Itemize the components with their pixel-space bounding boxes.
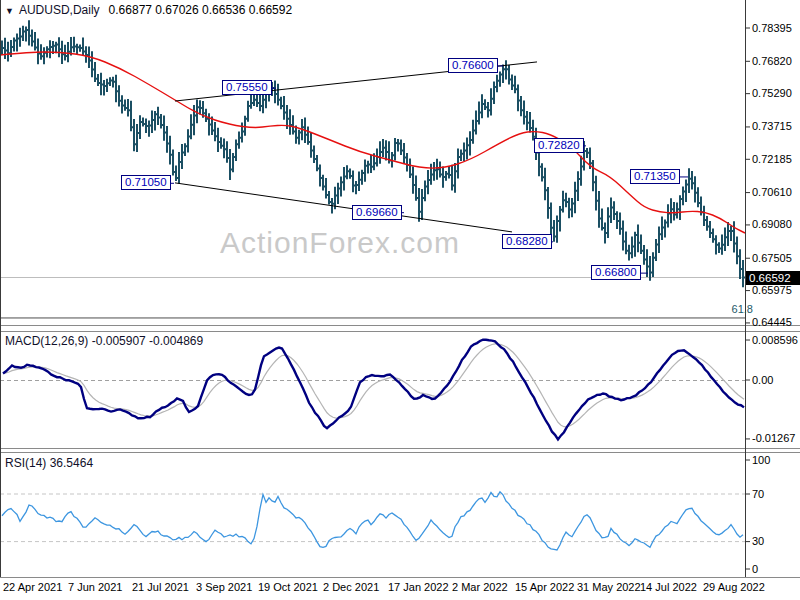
x-axis-date-label: 19 Oct 2021 — [258, 581, 318, 593]
ohlc-values: 0.66877 0.67026 0.66536 0.66592 — [109, 3, 293, 17]
price-level-label[interactable]: 0.76600 — [448, 58, 498, 73]
rsi-name: RSI(14) — [5, 456, 46, 470]
price-axis-tick-label: 0.76820 — [752, 55, 792, 68]
macd-axis-tick-label: 0.00 — [752, 374, 773, 387]
rsi-value: 36.5464 — [50, 456, 93, 470]
price-level-label[interactable]: 0.71050 — [121, 175, 171, 190]
price-axis-tick-label: 0.70610 — [752, 186, 792, 199]
symbol-dropdown-icon[interactable]: ▼ — [5, 6, 14, 16]
price-axis-tick-label: 0.67505 — [752, 252, 792, 265]
symbol-timeframe-label: AUDUSD,Daily — [19, 3, 100, 17]
price-level-label[interactable]: 0.72820 — [534, 138, 584, 153]
price-axis-tick-label: 0.73715 — [752, 120, 792, 133]
macd-main-line — [3, 340, 744, 440]
price-axis-tick-label: 0.69080 — [752, 218, 792, 231]
macd-indicator-label: MACD(12,26,9) -0.005907 -0.004869 — [5, 334, 203, 348]
macd-axis-tick-label: 0.008596 — [752, 334, 798, 347]
rsi-axis-tick-label: 30 — [752, 535, 764, 548]
chart-canvas[interactable] — [0, 0, 800, 600]
x-axis-date-label: 29 Aug 2022 — [703, 581, 765, 593]
price-level-label[interactable]: 0.69660 — [352, 205, 402, 220]
x-axis-date-label: 3 Sep 2021 — [196, 581, 252, 593]
watermark: ActionForex.com — [0, 226, 680, 260]
fib-level-label[interactable]: 61.8 — [700, 303, 753, 315]
macd-signal-line — [3, 344, 744, 427]
macd-name: MACD(12,26,9) — [5, 334, 88, 348]
price-level-label[interactable]: 0.71350 — [630, 169, 680, 184]
rsi-axis-tick-label: 0 — [752, 563, 758, 576]
macd-axis-tick-label: -0.01267 — [752, 432, 795, 445]
x-axis-date-label: 7 Jun 2021 — [68, 581, 122, 593]
current-price-badge: 0.66592 — [746, 271, 800, 285]
rsi-axis-tick-label: 70 — [752, 488, 764, 501]
chart-title: ▼AUDUSD,Daily0.66877 0.67026 0.66536 0.6… — [5, 3, 292, 17]
price-axis-tick-label: 0.75290 — [752, 87, 792, 100]
x-axis-date-label: 31 May 2022 — [577, 581, 641, 593]
price-axis-tick-label: 0.72185 — [752, 153, 792, 166]
price-axis-tick-label: 0.65975 — [752, 284, 792, 297]
x-axis-date-label: 22 Apr 2021 — [3, 581, 62, 593]
x-axis-date-label: 17 Jan 2022 — [388, 581, 449, 593]
price-level-label[interactable]: 0.75550 — [222, 80, 272, 95]
rsi-axis-tick-label: 100 — [752, 454, 770, 467]
macd-values: -0.005907 -0.004869 — [92, 334, 203, 348]
trading-chart-window: ▼AUDUSD,Daily0.66877 0.67026 0.66536 0.6… — [0, 0, 800, 600]
price-axis-tick-label: 0.64445 — [752, 316, 792, 329]
x-axis-date-label: 15 Apr 2022 — [515, 581, 574, 593]
x-axis-date-label: 21 Jul 2021 — [132, 581, 189, 593]
rsi-indicator-label: RSI(14) 36.5464 — [5, 456, 93, 470]
x-axis-date-label: 2 Dec 2021 — [323, 581, 379, 593]
x-axis-date-label: 14 Jul 2022 — [640, 581, 697, 593]
price-level-label[interactable]: 0.68280 — [502, 234, 552, 249]
price-level-label[interactable]: 0.66800 — [591, 265, 641, 280]
price-axis-tick-label: 0.78395 — [752, 22, 792, 35]
x-axis-date-label: 2 Mar 2022 — [452, 581, 508, 593]
